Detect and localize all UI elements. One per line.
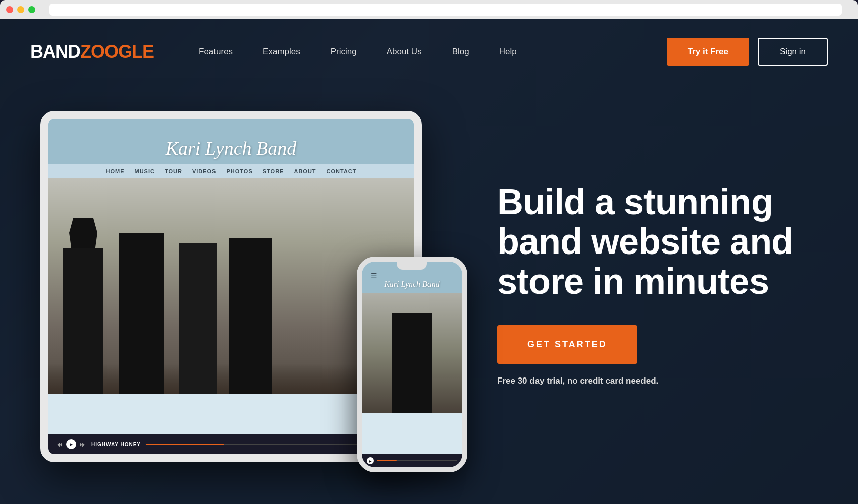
- next-button[interactable]: ⏭: [79, 440, 86, 448]
- phone-band-name: Kari Lynch Band: [367, 280, 457, 289]
- silhouette-2: [119, 233, 164, 394]
- phone-mockup: ☰ Kari Lynch Band ▶: [357, 257, 467, 472]
- tablet-band-name: Kari Lynch Band: [48, 127, 414, 164]
- nav-actions: Try it Free Sign in: [667, 38, 828, 66]
- window-chrome: [0, 0, 858, 19]
- nav-about-us[interactable]: About Us: [372, 42, 437, 62]
- devices-wrapper: Kari Lynch Band HOME MUSIC TOUR VIDEOS P…: [40, 96, 467, 472]
- nav-examples[interactable]: Examples: [248, 42, 315, 62]
- progress-fill: [146, 444, 224, 445]
- nav-features[interactable]: Features: [184, 42, 248, 62]
- maximize-button[interactable]: [28, 6, 35, 13]
- phone-progress-fill: [377, 460, 397, 461]
- hero-headline: Build a stunning band website and store …: [497, 182, 818, 302]
- tablet-inner-nav: HOME MUSIC TOUR VIDEOS PHOTOS STORE ABOU…: [48, 164, 414, 178]
- tablet-nav-contact: CONTACT: [327, 168, 357, 174]
- tablet-nav-about: ABOUT: [294, 168, 316, 174]
- page-wrapper: BANDZOOGLE Features Examples Pricing Abo…: [0, 19, 858, 504]
- get-started-button[interactable]: GET STARTED: [497, 325, 637, 364]
- phone-photo-area: [362, 293, 462, 413]
- hamburger-icon[interactable]: ☰: [367, 272, 457, 280]
- navbar: BANDZOOGLE Features Examples Pricing Abo…: [0, 19, 858, 84]
- hero-section: Kari Lynch Band HOME MUSIC TOUR VIDEOS P…: [0, 84, 858, 504]
- close-button[interactable]: [6, 6, 13, 13]
- tablet-nav-home: HOME: [105, 168, 124, 174]
- tablet-nav-tour: TOUR: [165, 168, 182, 174]
- phone-play-button[interactable]: ▶: [367, 457, 374, 464]
- silhouette-3: [179, 243, 217, 394]
- try-free-button[interactable]: Try it Free: [667, 38, 749, 66]
- phone-progress-bar: [377, 460, 457, 461]
- phone-screen: ☰ Kari Lynch Band ▶: [362, 262, 462, 467]
- song-title: HIGHWAY HONEY: [91, 442, 141, 447]
- tablet-player-controls: ⏮ ▶ ⏭: [56, 439, 86, 449]
- silhouette-4: [229, 238, 272, 394]
- nav-blog[interactable]: Blog: [437, 42, 484, 62]
- address-bar[interactable]: [49, 4, 842, 16]
- phone-silhouette: [392, 313, 432, 413]
- nav-pricing[interactable]: Pricing: [315, 42, 372, 62]
- prev-button[interactable]: ⏮: [56, 440, 63, 448]
- nav-links: Features Examples Pricing About Us Blog …: [184, 42, 667, 62]
- hero-subtext-strong: Free 30 day trial, no credit card needed…: [497, 376, 658, 386]
- logo[interactable]: BANDZOOGLE: [30, 41, 154, 62]
- tablet-header: Kari Lynch Band HOME MUSIC TOUR VIDEOS P…: [48, 119, 414, 178]
- phone-notch: [397, 262, 427, 270]
- play-button[interactable]: ▶: [66, 439, 76, 449]
- tablet-nav-store: STORE: [263, 168, 284, 174]
- logo-band: BAND: [30, 41, 80, 62]
- hero-text: Build a stunning band website and store …: [497, 182, 818, 387]
- minimize-button[interactable]: [17, 6, 24, 13]
- logo-zoogle: ZOOGLE: [80, 41, 154, 62]
- tablet-nav-music: MUSIC: [134, 168, 154, 174]
- sign-in-button[interactable]: Sign in: [758, 38, 828, 66]
- hero-subtext: Free 30 day trial, no credit card needed…: [497, 376, 818, 386]
- tablet-nav-videos: VIDEOS: [192, 168, 217, 174]
- tablet-nav-photos: PHOTOS: [226, 168, 252, 174]
- silhouette-1: [63, 248, 103, 394]
- phone-player: ▶: [362, 454, 462, 467]
- nav-help[interactable]: Help: [484, 42, 532, 62]
